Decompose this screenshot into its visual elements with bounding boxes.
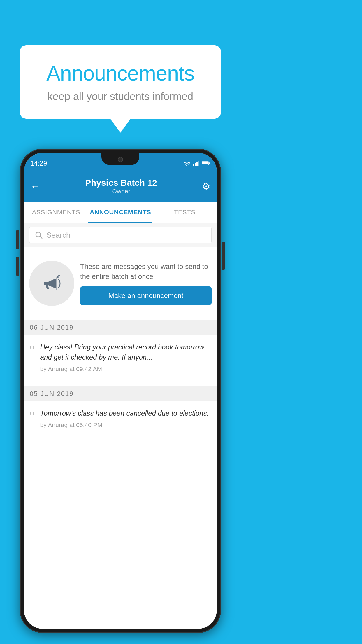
date-separator-1: 06 JUN 2019	[24, 320, 217, 335]
tab-announcements[interactable]: ANNOUNCEMENTS	[88, 202, 153, 223]
svg-line-9	[40, 236, 42, 239]
phone-container: 14:29	[20, 149, 221, 633]
svg-rect-6	[209, 162, 210, 164]
signal-icon	[193, 161, 199, 166]
phone-screen: 14:29	[24, 153, 217, 629]
search-bar-area: Search	[24, 223, 217, 247]
batch-title: Physics Batch 12	[40, 178, 202, 188]
tab-assignments[interactable]: ASSIGNMENTS	[24, 202, 88, 223]
status-time: 14:29	[30, 157, 47, 167]
ann-content-1: Hey class! Bring your practical record b…	[40, 342, 212, 372]
svg-point-0	[186, 165, 187, 166]
volume-up-button	[16, 230, 19, 249]
tab-tests[interactable]: TESTS	[152, 202, 217, 223]
ann-content-2: Tomorrow's class has been cancelled due …	[40, 408, 212, 428]
camera-dot	[118, 157, 123, 162]
megaphone-icon	[40, 272, 64, 295]
owner-label: Owner	[40, 188, 202, 195]
tabs-bar: ASSIGNMENTS ANNOUNCEMENTS TESTS	[24, 202, 217, 223]
search-icon	[35, 231, 43, 239]
svg-point-8	[36, 232, 41, 237]
svg-rect-7	[202, 162, 208, 164]
back-button[interactable]: ←	[30, 181, 40, 192]
wifi-icon	[183, 160, 191, 166]
search-input-box[interactable]: Search	[29, 227, 212, 243]
status-icons	[183, 158, 210, 166]
speech-bubble-container: Announcements keep all your students inf…	[20, 45, 221, 119]
speech-bubble-subtitle: keep all your students informed	[34, 90, 206, 103]
svg-point-11	[58, 275, 59, 276]
quote-icon-2: "	[29, 410, 35, 424]
date-label-1: 06 JUN 2019	[30, 324, 73, 331]
speech-bubble-title: Announcements	[34, 61, 206, 85]
ann-message-1: Hey class! Bring your practical record b…	[40, 342, 212, 363]
phone-outer: 14:29	[20, 149, 221, 633]
header-center: Physics Batch 12 Owner	[40, 178, 202, 195]
volume-down-button	[16, 257, 19, 276]
ann-author-1: by Anurag at 09:42 AM	[40, 365, 212, 372]
promo-card: These are messages you want to send to t…	[24, 247, 217, 320]
ann-author-2: by Anurag at 05:40 PM	[40, 421, 212, 428]
svg-point-12	[59, 275, 60, 276]
battery-icon	[202, 161, 210, 166]
announcement-item-2[interactable]: " Tomorrow's class has been cancelled du…	[24, 401, 217, 452]
make-announcement-button[interactable]: Make an announcement	[80, 286, 212, 305]
settings-button[interactable]: ⚙	[202, 181, 210, 192]
search-placeholder: Search	[46, 231, 70, 240]
notch	[101, 153, 139, 165]
svg-point-10	[57, 276, 59, 278]
ann-message-2: Tomorrow's class has been cancelled due …	[40, 408, 212, 419]
power-button	[222, 242, 225, 270]
svg-rect-2	[195, 163, 196, 166]
speech-bubble: Announcements keep all your students inf…	[20, 45, 221, 119]
svg-rect-1	[193, 164, 194, 166]
date-separator-2: 05 JUN 2019	[24, 386, 217, 401]
promo-content: These are messages you want to send to t…	[80, 262, 212, 305]
quote-icon-1: "	[29, 343, 35, 357]
announcement-item-1[interactable]: " Hey class! Bring your practical record…	[24, 335, 217, 386]
svg-rect-4	[198, 161, 199, 166]
svg-rect-3	[196, 162, 198, 166]
promo-icon-circle	[29, 261, 74, 306]
date-label-2: 05 JUN 2019	[30, 390, 73, 398]
app-header: ← Physics Batch 12 Owner ⚙	[24, 171, 217, 202]
promo-description: These are messages you want to send to t…	[80, 262, 212, 281]
